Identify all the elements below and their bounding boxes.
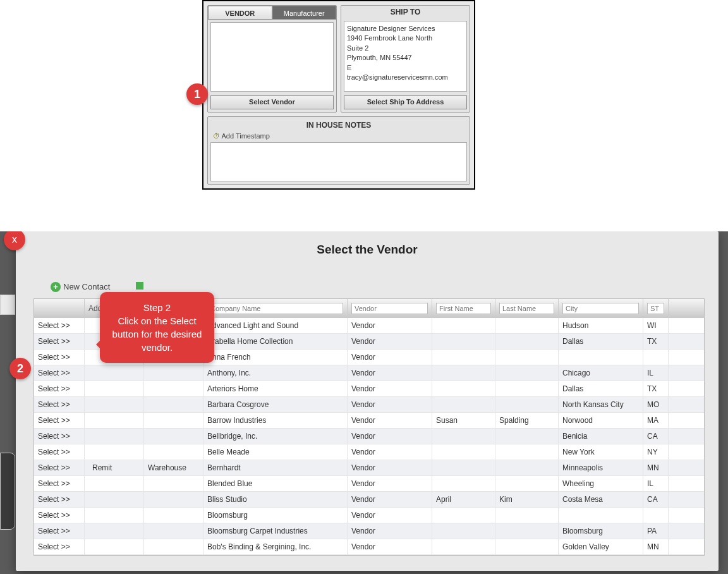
step-badge-1: 1	[186, 83, 208, 105]
cell-vendor: Vendor	[348, 429, 432, 444]
cell-st: NY	[643, 444, 669, 460]
filter-city[interactable]	[562, 303, 639, 314]
cell-address	[85, 523, 144, 539]
cell-first-name	[432, 476, 495, 491]
cell-vendor: Vendor	[348, 508, 432, 523]
cell-warehouse	[144, 476, 203, 491]
cell-company: Bliss Studio	[203, 492, 348, 507]
cell-st: PA	[643, 523, 669, 539]
top-panel: VENDOR Manufacturer Select Vendor SHIP T…	[202, 0, 475, 190]
cell-address	[85, 492, 144, 507]
select-row-button[interactable]: Select >>	[34, 444, 85, 460]
cell-warehouse	[144, 539, 203, 554]
select-vendor-button[interactable]: Select Vendor	[210, 95, 334, 109]
cell-company: Barrow Industries	[203, 413, 348, 428]
select-row-button[interactable]: Select >>	[34, 381, 85, 396]
cell-st	[643, 508, 669, 523]
cell-warehouse	[144, 444, 203, 460]
filter-first-name[interactable]	[436, 303, 491, 314]
cell-company: Arabella Home Collection	[203, 334, 348, 349]
filter-vendor[interactable]	[351, 303, 428, 314]
cell-address	[85, 413, 144, 428]
cell-vendor: Vendor	[348, 476, 432, 491]
cell-city: Dallas	[559, 381, 643, 396]
cell-st: TX	[643, 381, 669, 396]
filter-last-name[interactable]	[499, 303, 554, 314]
cell-st: CA	[643, 492, 669, 507]
filter-st[interactable]	[647, 303, 664, 314]
cell-vendor: Vendor	[348, 523, 432, 539]
cell-first-name	[432, 350, 495, 365]
cell-vendor: Vendor	[348, 350, 432, 365]
cell-city: Benicia	[559, 429, 643, 444]
table-row: Select >>Belle MeadeVendorNew YorkNY	[34, 444, 704, 460]
select-row-button[interactable]: Select >>	[34, 476, 85, 491]
select-row-button[interactable]: Select >>	[34, 539, 85, 554]
cell-company: Anna French	[203, 350, 348, 365]
cell-last-name: Spalding	[495, 413, 559, 428]
cell-warehouse	[144, 523, 203, 539]
filter-company[interactable]	[207, 303, 343, 314]
cell-first-name	[432, 539, 495, 554]
cell-address: Remit	[85, 460, 144, 475]
cell-company: Bernhardt	[203, 460, 348, 475]
cell-last-name	[495, 429, 559, 444]
cell-company: Advanced Light and Sound	[203, 318, 348, 333]
cell-vendor: Vendor	[348, 460, 432, 475]
cell-warehouse	[144, 429, 203, 444]
cell-address	[85, 476, 144, 491]
tab-manufacturer[interactable]: Manufacturer	[272, 6, 337, 20]
select-row-button[interactable]: Select >>	[34, 365, 85, 381]
add-timestamp-link[interactable]: Add Timestamp	[210, 131, 467, 141]
tab-vendor[interactable]: VENDOR	[208, 6, 272, 20]
shipto-text-area[interactable]: Signature Designer Services1940 Fernbroo…	[344, 21, 467, 92]
cell-last-name: Kim	[495, 492, 559, 507]
cell-first-name	[432, 444, 495, 460]
table-row: Select >>Barbara CosgroveVendorNorth Kan…	[34, 397, 704, 413]
select-row-button[interactable]: Select >>	[34, 350, 85, 365]
select-row-button[interactable]: Select >>	[34, 397, 85, 412]
cell-company: Blended Blue	[203, 476, 348, 491]
select-row-button[interactable]: Select >>	[34, 429, 85, 444]
select-row-button[interactable]: Select >>	[34, 413, 85, 428]
cell-vendor: Vendor	[348, 334, 432, 349]
cell-city: New York	[559, 444, 643, 460]
cell-first-name	[432, 429, 495, 444]
select-row-button[interactable]: Select >>	[34, 318, 85, 333]
cell-st: TX	[643, 334, 669, 349]
cell-last-name	[495, 334, 559, 349]
cell-company: Bob's Binding & Sergining, Inc.	[203, 539, 348, 554]
cell-first-name	[432, 334, 495, 349]
notes-textarea[interactable]	[210, 142, 467, 181]
cell-city: Wheeling	[559, 476, 643, 491]
cell-first-name: April	[432, 492, 495, 507]
table-row: Select >>Bliss StudioVendorAprilKimCosta…	[34, 492, 704, 508]
cell-last-name	[495, 539, 559, 554]
cell-last-name	[495, 397, 559, 412]
vendor-text-area[interactable]	[210, 22, 334, 92]
table-row: Select >>Bloomsburg Carpet IndustriesVen…	[34, 523, 704, 539]
cell-last-name	[495, 523, 559, 539]
select-row-button[interactable]: Select >>	[34, 523, 85, 539]
select-row-button[interactable]: Select >>	[34, 492, 85, 507]
cell-company: Bellbridge, Inc.	[203, 429, 348, 444]
cell-warehouse	[144, 413, 203, 428]
select-shipto-button[interactable]: Select Ship To Address	[344, 95, 467, 109]
cell-last-name	[495, 381, 559, 396]
secondary-add-icon[interactable]	[136, 282, 143, 290]
cell-city: Bloomsburg	[559, 523, 643, 539]
cell-first-name: Susan	[432, 413, 495, 428]
cell-company: Barbara Cosgrove	[203, 397, 348, 412]
select-row-button[interactable]: Select >>	[34, 460, 85, 475]
callout-body: Click on the Select button for the desir…	[111, 314, 203, 354]
new-contact-button[interactable]: +New Contact	[51, 282, 110, 292]
cell-st: IL	[643, 365, 669, 381]
cell-address	[85, 397, 144, 412]
cell-vendor: Vendor	[348, 365, 432, 381]
table-row: Select >>BloomsburgVendor	[34, 508, 704, 523]
cell-address	[85, 429, 144, 444]
cell-company: Bloomsburg Carpet Industries	[203, 523, 348, 539]
select-row-button[interactable]: Select >>	[34, 508, 85, 523]
select-row-button[interactable]: Select >>	[34, 334, 85, 349]
callout-title: Step 2	[111, 301, 203, 314]
